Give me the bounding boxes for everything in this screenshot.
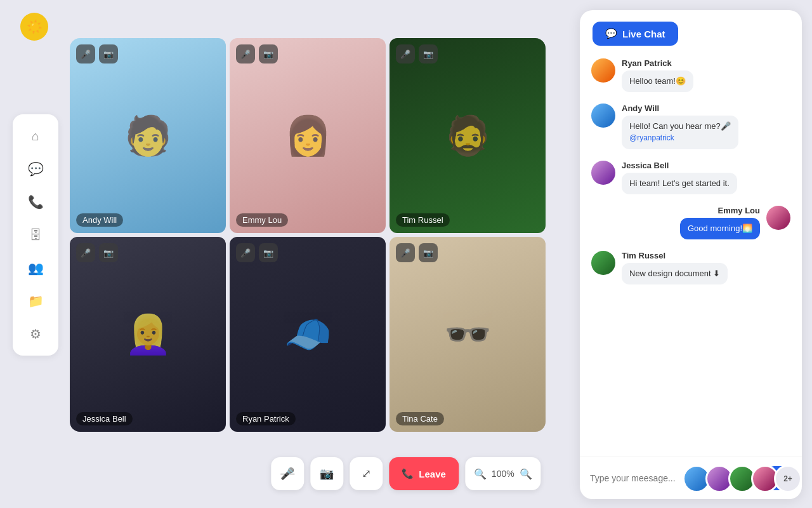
participant-name-jessica: Jessica Bell <box>76 412 133 425</box>
more-participants-badge[interactable]: 2+ <box>774 465 802 493</box>
sidebar-item-settings[interactable]: ⚙ <box>22 320 49 348</box>
msg-content-jessica: Jessica Bell Hi team! Let's get started … <box>622 161 737 194</box>
sidebar: ⌂ 💬 📞 🗄 👥 📁 ⚙ <box>13 114 58 356</box>
video-cell-tina: 🕶️ 🎤 📷 Tina Cate <box>390 237 546 432</box>
sidebar-item-calls[interactable]: 📞 <box>22 188 49 216</box>
video-cell-andy: 🧑 🎤 📷 Andy Will <box>70 38 226 233</box>
chat-message-ryan: Ryan Patrick Helloo team!😊 <box>591 58 790 92</box>
participant-video-ryan: 🧢 <box>230 237 386 432</box>
fullscreen-button[interactable]: ⤢ <box>350 457 383 490</box>
cell-controls-andy: 🎤 📷 <box>76 44 118 64</box>
avatar-jessica <box>591 161 615 185</box>
avatar-emmy <box>766 206 790 230</box>
mute-icon-tim[interactable]: 🎤 <box>396 44 415 64</box>
participant-name-andy: Andy Will <box>76 213 123 227</box>
msg-sender-andy: Andy Will <box>622 104 738 113</box>
mention-ryanpatrick: @ryanpatrick <box>629 133 674 142</box>
video-cell-jessica: 👱‍♀️ 🎤 📷 Jessica Bell <box>70 237 226 432</box>
sidebar-item-users[interactable]: 👥 <box>22 254 49 282</box>
cell-controls-tina: 🎤 📷 <box>396 243 438 262</box>
msg-sender-ryan: Ryan Patrick <box>622 58 693 68</box>
mute-icon-emmy[interactable]: 🎤 <box>236 44 255 64</box>
participant-name-tim: Tim Russel <box>396 213 450 227</box>
msg-sender-tim: Tim Russel <box>622 251 728 260</box>
chat-icon: 💬 <box>605 28 617 39</box>
expand-icon: ⤢ <box>362 467 371 481</box>
zoom-out-icon[interactable]: 🔍 <box>474 468 487 480</box>
participant-name-emmy: Emmy Lou <box>236 213 288 227</box>
participant-video-tina: 🕶️ <box>390 237 546 432</box>
chat-message-emmy: Emmy Lou Good morning!🌅 <box>591 206 790 239</box>
avatar-andy <box>591 104 615 128</box>
camera-icon-andy[interactable]: 📷 <box>99 44 118 64</box>
logo-icon: ☀️ <box>27 19 43 34</box>
msg-content-emmy: Emmy Lou Good morning!🌅 <box>680 206 760 239</box>
live-chat-button[interactable]: 💬 Live Chat <box>593 22 678 46</box>
chat-panel: 💬 Live Chat Ryan Patrick Helloo team!😊 A… <box>580 10 802 499</box>
participant-name-tina: Tina Cate <box>396 412 444 425</box>
microphone-off-icon: 🎤 <box>280 467 294 481</box>
cell-controls-emmy: 🎤 📷 <box>236 44 278 64</box>
phone-icon: 📞 <box>402 468 414 479</box>
participant-video-jessica: 👱‍♀️ <box>70 237 226 432</box>
zoom-level: 100% <box>492 469 514 479</box>
live-chat-label: Live Chat <box>622 29 665 39</box>
zoom-control: 🔍 100% 🔍 <box>465 457 541 490</box>
sidebar-item-files[interactable]: 📁 <box>22 287 49 315</box>
zoom-in-icon[interactable]: 🔍 <box>520 468 532 480</box>
msg-bubble-andy: Hello! Can you hear me?🎤 @ryanpatrick <box>622 116 738 149</box>
chat-message-jessica: Jessica Bell Hi team! Let's get started … <box>591 161 790 194</box>
msg-bubble-tim: New design document ⬇ <box>622 263 728 284</box>
camera-button[interactable]: 📷 <box>310 457 343 490</box>
video-cell-emmy: 👩 🎤 📷 Emmy Lou <box>230 38 386 233</box>
msg-bubble-ryan: Helloo team!😊 <box>622 70 693 92</box>
chat-message-andy: Andy Will Hello! Can you hear me?🎤 @ryan… <box>591 104 790 149</box>
sidebar-item-home[interactable]: ⌂ <box>22 122 49 150</box>
msg-bubble-emmy: Good morning!🌅 <box>680 218 760 239</box>
mute-icon-jessica[interactable]: 🎤 <box>76 243 95 262</box>
mute-icon-tina[interactable]: 🎤 <box>396 243 415 262</box>
msg-content-ryan: Ryan Patrick Helloo team!😊 <box>622 58 693 92</box>
msg-content-tim: Tim Russel New design document ⬇ <box>622 251 728 284</box>
app-logo[interactable]: ☀️ <box>20 13 48 41</box>
video-cell-ryan: 🧢 🎤 📷 Ryan Patrick <box>230 237 386 432</box>
video-grid: 🧑 🎤 📷 Andy Will 👩 🎤 📷 Emmy Lou 🧔 🎤 📷 Tim… <box>70 38 546 432</box>
participant-video-andy: 🧑 <box>70 38 226 233</box>
mute-icon-andy[interactable]: 🎤 <box>76 44 95 64</box>
camera-icon-tina[interactable]: 📷 <box>419 243 438 262</box>
chat-messages: Ryan Patrick Helloo team!😊 Andy Will Hel… <box>580 52 802 457</box>
camera-icon-tim[interactable]: 📷 <box>419 44 438 64</box>
mute-icon-ryan[interactable]: 🎤 <box>236 243 255 262</box>
participant-name-ryan: Ryan Patrick <box>236 412 296 425</box>
avatar-tim <box>591 251 615 275</box>
avatar-ryan <box>591 58 615 83</box>
sidebar-item-storage[interactable]: 🗄 <box>22 221 49 249</box>
participant-video-tim: 🧔 <box>390 38 546 233</box>
chat-message-tim: Tim Russel New design document ⬇ <box>591 251 790 284</box>
mute-button[interactable]: 🎤 <box>271 457 304 490</box>
camera-icon-ryan[interactable]: 📷 <box>259 243 278 262</box>
leave-button[interactable]: 📞 Leave <box>389 457 459 490</box>
bottom-toolbar: 🎤 📷 ⤢ 📞 Leave 🔍 100% 🔍 <box>271 457 540 490</box>
camera-icon-emmy[interactable]: 📷 <box>259 44 278 64</box>
msg-bubble-jessica: Hi team! Let's get started it. <box>622 173 737 194</box>
sidebar-item-chat[interactable]: 💬 <box>22 155 49 183</box>
chat-header: 💬 Live Chat <box>580 10 802 52</box>
leave-label: Leave <box>419 469 446 479</box>
cell-controls-jessica: 🎤 📷 <box>76 243 118 262</box>
msg-sender-jessica: Jessica Bell <box>622 161 737 170</box>
bottom-avatars: 2+ <box>683 465 802 493</box>
cell-controls-tim: 🎤 📷 <box>396 44 438 64</box>
msg-sender-emmy: Emmy Lou <box>680 206 760 215</box>
msg-content-andy: Andy Will Hello! Can you hear me?🎤 @ryan… <box>622 104 738 149</box>
camera-off-icon: 📷 <box>320 467 334 481</box>
participant-video-emmy: 👩 <box>230 38 386 233</box>
video-cell-tim: 🧔 🎤 📷 Tim Russel <box>390 38 546 233</box>
cell-controls-ryan: 🎤 📷 <box>236 243 278 262</box>
camera-icon-jessica[interactable]: 📷 <box>99 243 118 262</box>
